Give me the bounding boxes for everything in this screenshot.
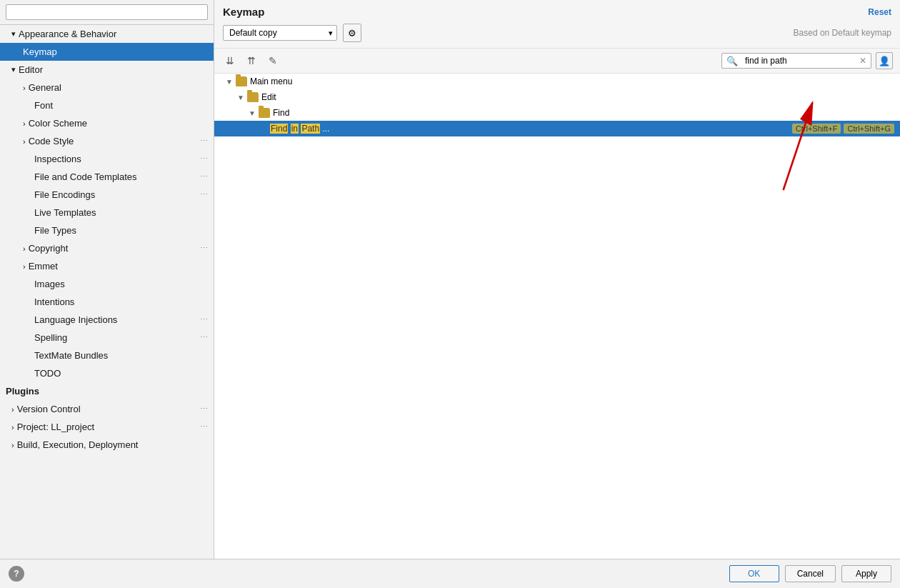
ok-button[interactable]: OK [729,565,779,582]
tree-item-find-in-path[interactable]: Find in Path ... Ctrl+Shift+F Ctrl+Shift… [214,121,900,136]
main-menu-arrow: ▼ [226,78,236,86]
keymap-dropdown-wrapper: Default copy [223,25,337,41]
sidebar: ▾Appearance & BehaviorKeymap▾Editor›Gene… [0,0,214,559]
sidebar-item-file-code-templates[interactable]: File and Code Templates⋯ [0,168,214,186]
keymap-controls-row: Default copy ⚙ Based on Default keymap [223,24,891,42]
sidebar-label-keymap: Keymap [23,46,57,57]
person-icon: 👤 [879,56,890,66]
sidebar-item-file-encodings[interactable]: File Encodings⋯ [0,186,214,204]
settings-icon-version-control: ⋯ [200,404,208,414]
edit-shortcut-button[interactable]: ✎ [264,52,281,69]
sidebar-item-language-injections[interactable]: Language Injections⋯ [0,311,214,329]
tree-area: ▼ Main menu ▼ Edit ▼ Find [214,74,900,136]
sidebar-label-project: Project: LL_project [17,422,94,432]
search-icon: 🔍 [722,54,742,68]
dialog-body: ▾Appearance & BehaviorKeymap▾Editor›Gene… [0,0,900,559]
sidebar-item-spelling[interactable]: Spelling⋯ [0,329,214,347]
apply-button[interactable]: Apply [841,565,891,582]
sidebar-item-emmet[interactable]: ›Emmet [0,257,214,275]
settings-icon-inspections: ⋯ [200,154,208,164]
search-input[interactable] [742,54,855,68]
sidebar-label-file-encodings: File Encodings [34,189,95,200]
find-in-path-ellipsis: ... [322,124,329,134]
tree-item-main-menu[interactable]: ▼ Main menu [214,74,900,89]
help-button[interactable]: ? [9,566,24,582]
sidebar-label-general: General [29,82,61,93]
find-in-path-label: Find in Path ... [270,124,792,134]
annotation-overlay [214,74,900,559]
section-arrow-color-scheme: › [23,119,26,128]
find-highlight: Find [270,124,288,134]
main-menu-folder-icon [236,76,247,86]
sidebar-item-inspections[interactable]: Inspections⋯ [0,150,214,168]
sidebar-item-live-templates[interactable]: Live Templates [0,204,214,221]
sidebar-label-editor: Editor [19,64,43,75]
sidebar-item-general[interactable]: ›General [0,79,214,96]
sidebar-item-project[interactable]: ›Project: LL_project⋯ [0,418,214,436]
section-arrow-project: › [11,423,14,432]
section-arrow-appearance-behavior: ▾ [11,29,16,39]
keymap-gear-button[interactable]: ⚙ [343,24,361,42]
section-arrow-copyright: › [23,244,26,253]
sidebar-label-color-scheme: Color Scheme [29,118,87,129]
sidebar-items-container: ▾Appearance & BehaviorKeymap▾Editor›Gene… [0,25,214,454]
sidebar-item-intentions[interactable]: Intentions [0,293,214,311]
sidebar-search-container [0,0,214,25]
expand-all-icon: ⇊ [226,55,234,66]
reset-link[interactable]: Reset [868,7,891,17]
dialog-footer: ? OK Cancel Apply [0,559,900,588]
path-highlight: Path [301,124,320,134]
edit-folder-icon [247,92,259,102]
search-box: 🔍 ✕ [721,53,871,69]
sidebar-item-code-style[interactable]: ›Code Style⋯ [0,132,214,150]
sidebar-item-font[interactable]: Font [0,96,214,114]
sidebar-label-appearance-behavior: Appearance & Behavior [19,29,116,39]
settings-icon-spelling: ⋯ [200,333,208,342]
sidebar-item-version-control[interactable]: ›Version Control⋯ [0,400,214,418]
search-settings-button[interactable]: 👤 [876,52,893,69]
section-arrow-editor: ▾ [11,65,16,74]
section-arrow-general: › [23,84,26,92]
sidebar-label-images: Images [34,279,65,289]
sidebar-item-copyright[interactable]: ›Copyright⋯ [0,239,214,257]
edit-icon: ✎ [269,55,277,66]
edit-arrow: ▼ [237,94,247,101]
sidebar-item-file-types[interactable]: File Types [0,221,214,239]
edit-label: Edit [261,92,894,102]
tree-item-find[interactable]: ▼ Find [214,105,900,121]
sidebar-label-intentions: Intentions [34,297,74,307]
sidebar-label-live-templates: Live Templates [34,207,96,218]
keymap-header: Keymap Reset Default copy ⚙ Based on Def… [214,0,900,49]
cancel-button[interactable]: Cancel [785,565,836,582]
in-highlight: in [291,124,299,134]
section-arrow-emmet: › [23,262,26,271]
sidebar-label-inspections: Inspections [34,154,81,164]
sidebar-label-textmate-bundles: TextMate Bundles [34,350,108,361]
section-arrow-code-style: › [23,137,26,146]
sidebar-item-textmate-bundles[interactable]: TextMate Bundles [0,347,214,364]
sidebar-item-images[interactable]: Images [0,275,214,293]
collapse-all-button[interactable]: ⇈ [243,52,260,69]
settings-icon-file-encodings: ⋯ [200,190,208,199]
settings-icon-project: ⋯ [200,422,208,432]
sidebar-label-font: Font [34,100,53,111]
sidebar-item-todo[interactable]: TODO [0,364,214,382]
sidebar-label-todo: TODO [34,368,61,379]
main-menu-label: Main menu [250,76,894,86]
sidebar-search-input[interactable] [6,4,208,20]
section-arrow-build: › [11,441,14,449]
tree-item-edit[interactable]: ▼ Edit [214,89,900,105]
sidebar-item-build[interactable]: ›Build, Execution, Deployment [0,436,214,454]
sidebar-item-plugins[interactable]: Plugins [0,382,214,400]
expand-all-button[interactable]: ⇊ [221,52,239,69]
sidebar-item-color-scheme[interactable]: ›Color Scheme [0,114,214,132]
settings-dialog: ▾Appearance & BehaviorKeymap▾Editor›Gene… [0,0,900,588]
footer-left: ? [9,565,724,582]
search-clear-button[interactable]: ✕ [855,54,871,67]
keymap-dropdown[interactable]: Default copy [223,25,337,41]
sidebar-item-appearance-behavior[interactable]: ▾Appearance & Behavior [0,25,214,43]
sidebar-item-keymap[interactable]: Keymap [0,43,214,61]
sidebar-item-editor[interactable]: ▾Editor [0,61,214,79]
sidebar-label-code-style: Code Style [29,136,74,146]
based-on-label: Based on Default keymap [794,28,891,38]
